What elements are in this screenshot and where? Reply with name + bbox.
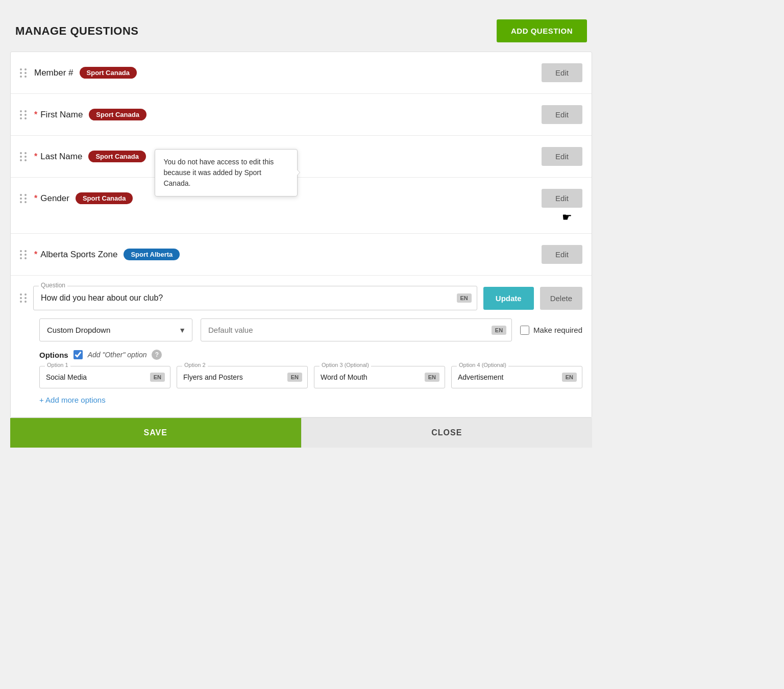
drag-handle-first-name[interactable]	[20, 110, 27, 119]
type-dropdown-wrapper: Custom Dropdown Text Field Radio Button …	[39, 318, 192, 341]
footer: SAVE CLOSE	[10, 418, 592, 448]
question-field-label: Question	[39, 282, 67, 289]
default-value-input[interactable]	[201, 319, 511, 341]
question-label-alberta: Alberta Sports Zone	[40, 250, 117, 260]
edit-button-alberta[interactable]: Edit	[542, 245, 582, 264]
option-2-wrapper: Option 2 EN	[177, 366, 308, 388]
options-header: Options Add "Other" option ?	[39, 350, 582, 360]
tag-sport-canada-gender: Sport Canada	[76, 192, 133, 204]
option-4-lang: EN	[562, 373, 577, 382]
question-expanded: Question EN Update Delete Custom Dropdow…	[11, 276, 592, 417]
question-row-gender: * Gender Sport Canada Edit ☛	[11, 178, 592, 234]
cursor-pointer-icon: ☛	[562, 211, 572, 224]
edit-button-member[interactable]: Edit	[542, 63, 582, 82]
question-row-first-name: * First Name Sport Canada Edit	[11, 94, 592, 136]
required-star-last-name: *	[34, 152, 37, 161]
page-title: MANAGE QUESTIONS	[15, 24, 138, 38]
type-dropdown[interactable]: Custom Dropdown Text Field Radio Button …	[40, 319, 192, 341]
drag-handle-expanded[interactable]	[20, 293, 27, 303]
help-icon[interactable]: ?	[152, 350, 162, 360]
make-required-label: Make required	[533, 326, 582, 334]
question-row-last-name: * Last Name Sport Canada You do not have…	[11, 136, 592, 178]
question-lang-badge: EN	[457, 293, 472, 303]
page-header: MANAGE QUESTIONS ADD QUESTION	[10, 10, 592, 52]
delete-button[interactable]: Delete	[540, 287, 582, 310]
tag-sport-canada-member: Sport Canada	[80, 67, 137, 79]
add-question-button[interactable]: ADD QUESTION	[497, 19, 587, 42]
questions-list: Member # Sport Canada Edit * First Name …	[10, 52, 592, 418]
question-input-wrapper: Question EN	[33, 286, 477, 310]
option-3-label: Option 3 (Optional)	[320, 362, 371, 368]
edit-button-gender[interactable]: Edit	[542, 189, 582, 208]
option-1-wrapper: Option 1 EN	[39, 366, 170, 388]
option-1-lang: EN	[150, 373, 165, 382]
make-required-checkbox[interactable]	[520, 326, 529, 335]
tag-sport-canada-first-name: Sport Canada	[89, 109, 146, 120]
question-label-first-name: First Name	[40, 110, 83, 120]
drag-handle-alberta[interactable]	[20, 250, 27, 259]
expanded-top-row: Question EN Update Delete	[20, 286, 582, 310]
add-other-label: Add "Other" option	[88, 351, 147, 359]
option-2-label: Option 2	[182, 362, 208, 368]
add-other-checkbox[interactable]	[74, 350, 83, 359]
option-2-lang: EN	[287, 373, 302, 382]
update-button[interactable]: Update	[483, 287, 534, 310]
option-1-label: Option 1	[45, 362, 70, 368]
question-label-gender: Gender	[40, 193, 69, 204]
tooltip-popup: You do not have access to edit this beca…	[155, 149, 298, 196]
save-button[interactable]: SAVE	[10, 418, 301, 448]
option-4-label: Option 4 (Optional)	[457, 362, 508, 368]
drag-handle-gender[interactable]	[20, 194, 27, 203]
default-value-lang-badge: EN	[492, 326, 506, 335]
edit-button-first-name[interactable]: Edit	[542, 105, 582, 124]
drag-handle-last-name[interactable]	[20, 152, 27, 161]
make-required-wrapper: Make required	[520, 326, 582, 335]
question-text-input[interactable]	[34, 286, 477, 310]
form-row-2: Custom Dropdown Text Field Radio Button …	[20, 318, 582, 341]
question-row-alberta: * Alberta Sports Zone Sport Alberta Edit	[11, 234, 592, 276]
required-star-alberta: *	[34, 250, 37, 259]
edit-button-last-name[interactable]: Edit	[542, 147, 582, 166]
tag-sport-alberta: Sport Alberta	[124, 249, 180, 260]
tag-sport-canada-last-name: Sport Canada	[88, 151, 146, 162]
options-title: Options	[39, 351, 68, 359]
options-section: Options Add "Other" option ? Option 1 EN…	[20, 350, 582, 405]
required-star-gender: *	[34, 194, 37, 203]
question-label-member: Member #	[34, 68, 74, 78]
edit-gender-container: Edit ☛	[542, 189, 582, 208]
option-4-wrapper: Option 4 (Optional) EN	[451, 366, 582, 388]
default-value-wrapper: EN	[201, 318, 512, 341]
options-grid: Option 1 EN Option 2 EN Option 3 (Option…	[39, 366, 582, 388]
close-button[interactable]: CLOSE	[301, 418, 593, 448]
question-row-member: Member # Sport Canada Edit	[11, 52, 592, 94]
question-label-last-name: Last Name	[40, 152, 82, 162]
option-3-lang: EN	[425, 373, 439, 382]
drag-handle-member[interactable]	[20, 68, 27, 78]
required-star-first-name: *	[34, 110, 37, 119]
add-more-options-link[interactable]: + Add more options	[39, 396, 106, 404]
option-3-wrapper: Option 3 (Optional) EN	[314, 366, 445, 388]
